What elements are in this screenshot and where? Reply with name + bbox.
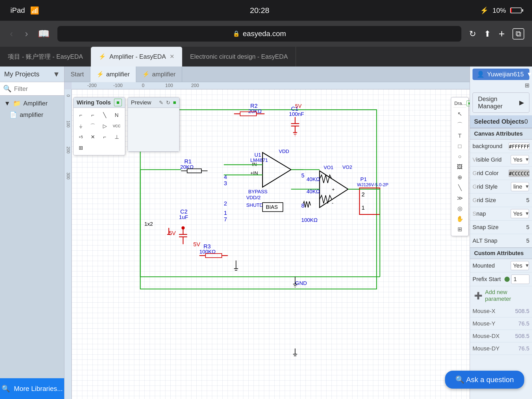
draw-grid-tool[interactable]: ⊞ <box>456 225 463 234</box>
selected-objects-label: Selected Objects <box>474 118 524 125</box>
add-parameter-row[interactable]: ➕ Add new parameter <box>470 286 532 305</box>
schematic-canvas[interactable]: R2 20KΩ C1 100nF 5V <box>72 89 470 399</box>
design-manager-arrow-icon: ▶ <box>519 99 524 106</box>
tab-close-1[interactable]: ✕ <box>170 53 174 60</box>
url-text: easyeda.com <box>243 30 286 38</box>
tabs-overview-button[interactable]: ⧉ <box>513 28 524 39</box>
no-connect-tool[interactable]: ✕ <box>88 132 98 142</box>
background-color-swatch[interactable]: #FFFFFF <box>509 143 529 150</box>
panel-dropdown-button[interactable]: ▼ <box>53 70 60 78</box>
refresh-button[interactable]: ↻ <box>469 29 476 39</box>
canvas-area: Start ⚡ amplifier ⚡ amplifier -200 -100 … <box>64 66 470 399</box>
lock-icon: 🔒 <box>233 30 240 37</box>
new-tab-button[interactable]: + <box>499 28 505 40</box>
canvas-content[interactable]: -200 -100 0 100 200 0 100 200 300 <box>64 82 470 399</box>
bus-entry-tool[interactable]: ⊥ <box>111 132 122 142</box>
visible-grid-label: Visible Grid <box>473 156 511 163</box>
draw-hand-tool[interactable]: ✋ <box>455 215 464 223</box>
add-parameter-icon: ➕ <box>474 292 482 300</box>
svg-text:100nF: 100nF <box>289 111 304 117</box>
ruler-v-label-200: 200 <box>66 147 70 154</box>
svg-text:-IN: -IN <box>250 162 257 167</box>
design-manager-button[interactable]: Design Manager ▶ <box>473 92 529 113</box>
wiring-tools-toggle[interactable]: ■ <box>114 99 122 106</box>
right-panel: 👤 Yuweijian615 ▼ ⊞ Design Manager ▶ Sele… <box>470 66 532 399</box>
prop-snap-size: Snap Size 5 <box>470 221 532 234</box>
junction-tool[interactable]: ⌐ <box>99 132 110 142</box>
supply-tool[interactable]: +5 <box>76 132 86 142</box>
svg-text:-: - <box>332 200 333 206</box>
preview-content <box>128 108 179 151</box>
draw-rect-tool[interactable]: □ <box>457 142 462 151</box>
prop-visible-grid: Visible Grid Yes No ▼ <box>470 153 532 167</box>
draw-panel-toggle[interactable]: ■ <box>467 101 470 106</box>
draw-zoom-tool[interactable]: ◎ <box>456 204 463 213</box>
back-button[interactable]: ‹ <box>8 26 15 41</box>
bus-tool[interactable]: ⌐ <box>88 110 98 120</box>
draw-line-tool[interactable]: ╲ <box>457 183 463 192</box>
component-tool[interactable]: ⊞ <box>76 143 86 153</box>
mouse-y-value: 76.5 <box>518 320 529 327</box>
draw-bus-tool[interactable]: ≫ <box>456 194 464 203</box>
mouse-dy-label: Mouse-DY <box>473 345 518 352</box>
preview-close-icon[interactable]: ■ <box>173 99 176 106</box>
rect-tool[interactable]: ▷ <box>99 121 110 131</box>
canvas-tabs: Start ⚡ amplifier ⚡ amplifier <box>64 66 470 82</box>
preview-edit-icon[interactable]: ✎ <box>159 99 163 106</box>
tree-expand-icon: ▼ <box>4 100 10 107</box>
forward-button[interactable]: › <box>23 26 30 41</box>
browser-tab-2[interactable]: Electronic circuit design - EasyEDA <box>182 47 296 66</box>
canvas-tab-start[interactable]: Start <box>64 66 90 82</box>
grid-view-icon[interactable]: ⊞ <box>525 82 529 89</box>
tab-label-0: 项目 - 账户管理 - EasyEDA <box>8 52 83 61</box>
draw-pin-tool[interactable]: ⊕ <box>456 173 463 182</box>
line-tool[interactable]: ╲ <box>99 110 110 120</box>
svg-text:R3: R3 <box>203 243 211 250</box>
browser-tab-1[interactable]: ⚡ Amplifier - EasyEDA ✕ <box>91 47 182 66</box>
wire-tool[interactable]: ⌐ <box>76 110 86 120</box>
draw-circle-tool[interactable]: ○ <box>457 152 462 161</box>
draw-image-tool[interactable]: 🖼 <box>456 163 464 171</box>
netflag-tool[interactable]: N <box>111 110 122 120</box>
grid-style-label: Grid Style <box>473 183 511 190</box>
visible-prefix-v: V <box>473 156 476 163</box>
svg-text:C2: C2 <box>180 208 188 215</box>
user-button[interactable]: 👤 Yuweijian615 ▼ <box>473 69 529 80</box>
tab-favicon-1: ⚡ <box>99 53 106 60</box>
draw-panel: Dra… ■ ↖ ⌒ T □ ○ 🖼 ⊕ ╲ ≫ ◎ ✋ <box>451 97 469 236</box>
more-libraries-button[interactable]: 🔍 More Libraries... <box>0 378 64 399</box>
tree-item-amplifier-folder[interactable]: ▼ 📁 Amplifier <box>0 98 64 109</box>
ask-question-button[interactable]: 🔍 Ask a question <box>445 371 524 389</box>
svg-text:8: 8 <box>301 202 304 209</box>
gnd-tool[interactable]: ⏚ <box>76 121 86 131</box>
vcc-tool[interactable]: VCC <box>111 121 122 131</box>
share-button[interactable]: ⬆ <box>484 29 491 39</box>
bookmarks-button[interactable]: 📖 <box>38 28 50 39</box>
canvas-tab-amplifier-1[interactable]: ⚡ amplifier <box>90 66 136 82</box>
prop-mounted: Mounted Yes No ▼ <box>470 259 532 272</box>
svg-text:R1: R1 <box>184 158 191 165</box>
svg-text:+: + <box>332 187 335 192</box>
canvas-attributes-header: Canvas Attributes <box>470 128 532 139</box>
search-icon: 🔍 <box>3 85 11 93</box>
ruler-v-label-0: 0 <box>66 95 70 97</box>
grid-size-value: 5 <box>526 197 529 204</box>
arc-tool[interactable]: ⌒ <box>88 121 98 131</box>
grid-color-swatch[interactable]: #CCCCCC <box>509 170 529 177</box>
draw-arc-tool[interactable]: ⌒ <box>456 120 464 130</box>
prefix-start-input[interactable] <box>511 275 529 284</box>
wifi-icon: 📶 <box>30 6 39 15</box>
browser-tab-0[interactable]: 项目 - 账户管理 - EasyEDA <box>0 47 91 66</box>
preview-nav-icon[interactable]: ↻ <box>166 99 170 106</box>
selected-objects-count: 0 <box>524 118 528 125</box>
svg-text:7: 7 <box>224 216 227 223</box>
canvas-tab-amplifier-2[interactable]: ⚡ amplifier <box>136 66 182 82</box>
snap-select-wrap: Yes No ▼ <box>511 209 529 218</box>
tree-item-amplifier-file[interactable]: 📄 amplifier <box>0 109 64 121</box>
url-bar[interactable]: 🔒 easyeda.com <box>57 26 461 42</box>
ruler-horizontal: -200 -100 0 100 200 <box>72 82 470 89</box>
browser-chrome: ‹ › 📖 🔒 easyeda.com ↻ ⬆ + ⧉ <box>0 21 532 47</box>
draw-text-tool[interactable]: T <box>457 131 462 140</box>
ruler-vertical: 0 100 200 300 <box>64 89 72 399</box>
draw-pointer-tool[interactable]: ↖ <box>456 110 463 118</box>
